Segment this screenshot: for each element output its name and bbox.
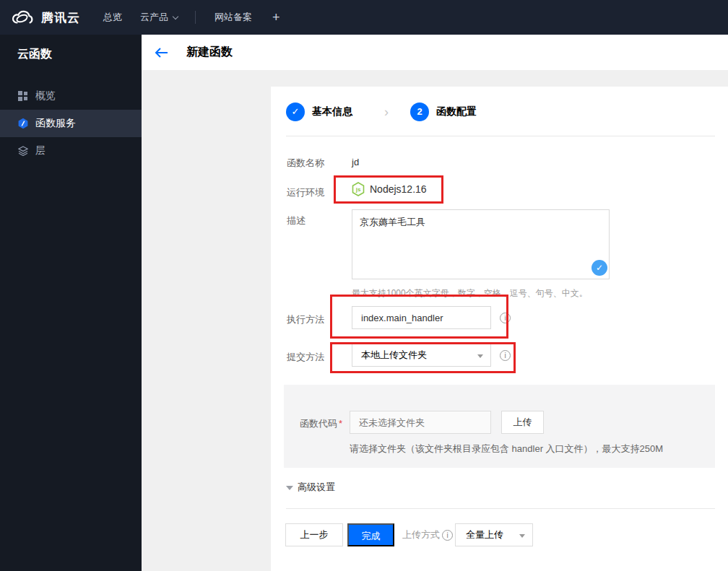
description-hint: 最大支持1000个英文字母，数字，空格，逗号、句号、中文。 xyxy=(352,287,588,300)
upload-mode-group: 上传方式 i xyxy=(402,523,453,546)
handler-label: 执行方法 xyxy=(287,313,324,326)
folder-path-input[interactable] xyxy=(350,411,491,434)
step2-label: 函数配置 xyxy=(436,105,477,118)
previous-step-button[interactable]: 上一步 xyxy=(285,523,343,546)
sidebar-item-overview[interactable]: 概览 xyxy=(0,82,142,110)
runtime-value: js Nodejs12.16 xyxy=(352,182,427,196)
folder-hint: 请选择文件夹（该文件夹根目录应包含 handler 入口文件），最大支持250M xyxy=(350,443,663,456)
back-arrow-icon xyxy=(155,47,168,58)
submit-method-info-icon[interactable]: i xyxy=(500,350,511,361)
footer-divider xyxy=(286,508,715,509)
brand-name: 腾讯云 xyxy=(41,9,80,26)
triangle-down-icon xyxy=(286,486,293,494)
advanced-settings-label: 高级设置 xyxy=(298,481,335,494)
top-navbar: 腾讯云 总览 云产品 网站备案 + xyxy=(0,0,728,35)
description-label: 描述 xyxy=(287,214,306,227)
valid-check-badge-icon: ✓ xyxy=(592,260,607,276)
function-code-label: 函数代码* xyxy=(300,417,342,430)
grid-icon xyxy=(17,90,29,102)
nav-add-icon[interactable]: + xyxy=(272,10,280,25)
function-code-label-text: 函数代码 xyxy=(300,418,337,429)
sidebar-title: 云函数 xyxy=(0,35,142,62)
step1-check-icon: ✓ xyxy=(286,103,305,121)
submit-method-select[interactable]: 本地上传文件夹 xyxy=(352,344,491,367)
function-hexagon-icon xyxy=(17,118,29,129)
sidebar-item-label: 概览 xyxy=(35,90,56,103)
upload-mode-select[interactable]: 全量上传 xyxy=(455,523,533,546)
chevron-down-icon xyxy=(173,13,178,19)
handler-info-icon[interactable]: i xyxy=(500,313,511,323)
select-caret-icon xyxy=(477,354,483,361)
sidebar-item-label: 层 xyxy=(35,144,46,157)
sidebar-item-label: 函数服务 xyxy=(35,117,76,130)
page-title: 新建函数 xyxy=(186,45,233,60)
sidebar-item-layers[interactable]: 层 xyxy=(0,137,142,165)
nodejs-icon: js xyxy=(352,182,365,196)
select-caret-icon xyxy=(519,534,525,541)
upload-mode-value: 全量上传 xyxy=(466,529,503,540)
tencent-cloud-logo[interactable]: 腾讯云 xyxy=(10,9,80,26)
layers-icon xyxy=(17,145,29,157)
upload-mode-label: 上传方式 xyxy=(402,528,440,541)
sidebar-item-function-service[interactable]: 函数服务 xyxy=(0,110,142,137)
advanced-settings-toggle[interactable]: 高级设置 xyxy=(286,481,335,494)
upload-button[interactable]: 上传 xyxy=(501,411,544,434)
upload-mode-info-icon[interactable]: i xyxy=(442,530,453,541)
sidebar: 云函数 概览 函数服务 xyxy=(0,35,142,571)
step-chevron-icon: › xyxy=(384,105,389,120)
back-button[interactable] xyxy=(155,47,168,58)
page-header: 新建函数 xyxy=(142,35,728,70)
function-name-label: 函数名称 xyxy=(287,157,324,170)
create-function-card: ✓ 基本信息 › 2 函数配置 函数名称 jd 运行环境 js Nodejs12… xyxy=(271,87,728,571)
runtime-label: 运行环境 xyxy=(287,186,324,199)
submit-method-value: 本地上传文件夹 xyxy=(361,349,427,360)
step1-label: 基本信息 xyxy=(312,105,352,118)
step2-number: 2 xyxy=(410,103,429,121)
cloud-logo-icon xyxy=(10,9,35,26)
function-code-section: 函数代码* 上传 请选择文件夹（该文件夹根目录应包含 handler 入口文件）… xyxy=(284,385,715,468)
submit-method-label: 提交方法 xyxy=(287,351,324,364)
description-textarea[interactable]: 京东薅羊毛工具 xyxy=(352,209,610,279)
sidebar-menu: 概览 函数服务 层 xyxy=(0,82,142,165)
runtime-value-text: Nodejs12.16 xyxy=(370,183,427,195)
handler-input[interactable] xyxy=(352,306,491,329)
finish-button[interactable]: 完成 xyxy=(347,523,394,546)
function-name-value: jd xyxy=(352,157,359,167)
nav-item-products[interactable]: 云产品 xyxy=(140,11,178,24)
nav-products-label: 云产品 xyxy=(140,11,168,24)
step-indicator: ✓ 基本信息 › 2 函数配置 xyxy=(286,103,477,121)
svg-text:js: js xyxy=(355,186,361,193)
steps-divider xyxy=(286,136,715,136)
nav-item-beian[interactable]: 网站备案 xyxy=(214,11,252,24)
required-asterisk: * xyxy=(339,418,342,429)
nav-divider xyxy=(195,11,196,24)
nav-item-overview[interactable]: 总览 xyxy=(103,11,122,24)
